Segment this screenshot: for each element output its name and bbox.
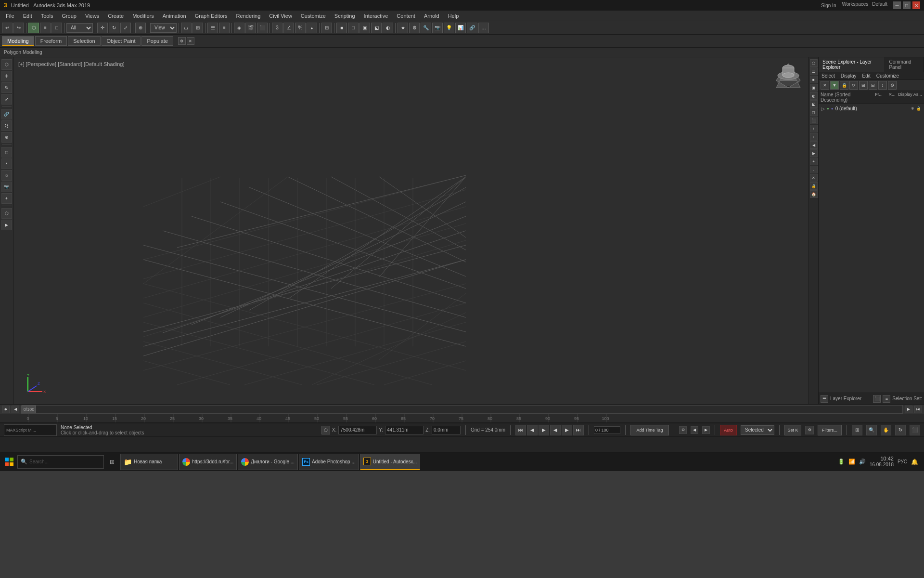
key-filter-btn[interactable]: ◀ <box>691 426 698 434</box>
select-by-name-button[interactable]: ≡ <box>40 23 51 33</box>
ri-btn-12[interactable]: ▶ <box>810 149 818 157</box>
lt-play-anim-btn[interactable]: ▶ <box>1 220 12 230</box>
taskbar-app-photoshop[interactable]: Ps Adobe Photoshop ... <box>299 454 359 470</box>
redo-button[interactable]: ↪ <box>13 23 24 33</box>
go-end-btn[interactable]: ⏭ <box>914 406 922 413</box>
play-btn[interactable]: ▶ <box>539 425 549 435</box>
mirror-button[interactable]: ⧢ <box>181 23 192 33</box>
frame-input[interactable] <box>594 426 620 434</box>
le-bottom-btn-1[interactable]: ☰ <box>821 395 828 403</box>
menu-content[interactable]: Content <box>393 12 419 20</box>
lt-rotate-btn[interactable]: ↻ <box>1 82 12 93</box>
zoom-extents-btn[interactable]: ⊞ <box>852 425 862 435</box>
ri-btn-2[interactable]: ☰ <box>810 67 818 75</box>
tab-populate[interactable]: Populate <box>141 36 173 46</box>
layer-render-icon[interactable]: ● <box>831 106 834 111</box>
layer-item-default[interactable]: ▷ ● ● 0 (default) ❄ 🔒 <box>820 105 923 112</box>
render-frame-button[interactable]: ⬛ <box>257 23 268 33</box>
use-pivot-button[interactable]: ⊕ <box>135 23 146 33</box>
tab-object-paint[interactable]: Object Paint <box>102 36 141 46</box>
notification-icon[interactable]: 🔔 <box>911 459 918 465</box>
viewport-wireframe-btn[interactable]: □ <box>348 23 359 33</box>
ri-btn-3[interactable]: ■ <box>810 76 818 83</box>
select-mode-icon[interactable]: ⬡ <box>321 426 330 434</box>
set-k-btn[interactable]: Set K <box>784 425 801 435</box>
layer-vis-icon[interactable]: ● <box>827 106 829 111</box>
maximize-button[interactable]: □ <box>903 1 911 9</box>
auto-key-btn[interactable]: Auto <box>720 425 737 435</box>
tab-selection[interactable]: Selection <box>68 36 100 46</box>
angle-snap-button[interactable]: ∠ <box>283 23 294 33</box>
lt-schematic-btn[interactable]: ⬡ <box>1 208 12 219</box>
lt-shape-btn[interactable]: ⋮ <box>1 158 12 169</box>
se-menu-customize[interactable]: Customize <box>873 72 902 79</box>
se-menu-display[interactable]: Display <box>838 72 860 79</box>
ri-btn-17[interactable]: 🏠 <box>810 190 818 198</box>
tab-freeform[interactable]: Freeform <box>35 36 67 46</box>
y-coord-input[interactable] <box>385 426 424 434</box>
start-button[interactable] <box>2 455 16 469</box>
more-btn[interactable]: … <box>478 23 489 33</box>
spinner-snap-button[interactable]: ⬥ <box>307 23 317 33</box>
menu-group[interactable]: Group <box>58 12 80 20</box>
tab-modeling[interactable]: Modeling <box>2 36 34 46</box>
menu-scripting[interactable]: Scripting <box>331 12 359 20</box>
viewport-nav-cube[interactable] <box>774 61 803 90</box>
menu-modifiers[interactable]: Modifiers <box>128 12 158 20</box>
taskbar-search[interactable]: 🔍 Search... <box>17 455 104 469</box>
ri-btn-16[interactable]: 🔒 <box>810 182 818 190</box>
3d-snap-button[interactable]: 3 <box>272 23 282 33</box>
lt-move-btn[interactable]: ✛ <box>1 71 12 81</box>
align-button[interactable]: ⊞ <box>192 23 203 33</box>
menu-help[interactable]: Help <box>444 12 463 20</box>
taskbar-app-folders[interactable]: 📁 Новая папка <box>120 454 178 470</box>
lt-lights-btn[interactable]: ☼ <box>1 170 12 181</box>
quick-access-btn[interactable]: ★ <box>398 23 408 33</box>
le-bottom-btn-2[interactable]: ⬛ <box>873 395 881 403</box>
tab-settings-btn[interactable]: ⚙ <box>178 37 186 45</box>
percent-snap-button[interactable]: % <box>295 23 306 33</box>
selection-filter-dropdown[interactable]: All <box>66 23 93 33</box>
last-frame-btn[interactable]: ⏭ <box>573 425 584 435</box>
tab-command-panel[interactable]: Command Panel <box>885 57 924 72</box>
maxscript-input[interactable]: MAXScript Mi... <box>4 424 57 436</box>
menu-views[interactable]: Views <box>81 12 103 20</box>
ri-btn-9[interactable]: ↑ <box>810 125 818 132</box>
schematic-btn[interactable]: 🔗 <box>467 23 477 33</box>
ri-btn-15[interactable]: ✕ <box>810 174 818 182</box>
pan-btn[interactable]: ✋ <box>881 425 891 435</box>
camera-btn[interactable]: 📷 <box>432 23 443 33</box>
light-btn[interactable]: 💡 <box>444 23 454 33</box>
se-close-btn[interactable]: ✕ <box>821 81 829 90</box>
layer-freeze-icon[interactable]: ❄ <box>911 106 914 111</box>
ri-btn-11[interactable]: ◀ <box>810 141 818 149</box>
se-refresh-btn[interactable]: ⟳ <box>849 81 858 90</box>
key-mode-btn[interactable]: ⚙ <box>679 426 687 434</box>
tab-close-btn[interactable]: ✕ <box>187 37 194 45</box>
lt-link-btn[interactable]: 🔗 <box>1 109 12 119</box>
add-time-tag-btn[interactable]: Add Time Tag <box>630 425 669 435</box>
track-view-btn[interactable]: 📊 <box>455 23 466 33</box>
layer-manager-button[interactable]: ☰ <box>207 23 218 33</box>
taskbar-time[interactable]: 10:42 16.08.2018 <box>870 456 894 468</box>
taskbar-app-3dsmax[interactable]: 3 Untitled - Autodesк... <box>360 454 421 470</box>
lt-camera-btn[interactable]: 📷 <box>1 182 12 192</box>
ribbon-button[interactable]: ≡ <box>219 23 230 33</box>
menu-tools[interactable]: Tools <box>37 12 57 20</box>
lt-select-btn[interactable]: ⬡ <box>1 59 12 70</box>
reference-coord-dropdown[interactable]: View <box>150 23 177 33</box>
se-filter-btn[interactable]: ▼ <box>830 81 839 90</box>
ri-btn-1[interactable]: ⬡ <box>810 59 818 67</box>
zoom-region-btn[interactable]: 🔍 <box>866 425 877 435</box>
close-button[interactable]: ✕ <box>912 1 920 9</box>
next-frame-btn[interactable]: ▶ <box>905 406 912 413</box>
key-filter-btn-2[interactable]: ▶ <box>702 426 710 434</box>
menu-civil-view[interactable]: Civil View <box>265 12 295 20</box>
menu-customize[interactable]: Customize <box>297 12 330 20</box>
lt-helper-btn[interactable]: + <box>1 193 12 204</box>
ri-btn-8[interactable]: ⬛ <box>810 117 818 124</box>
go-start-btn[interactable]: ⏮ <box>2 406 10 413</box>
z-coord-input[interactable] <box>432 426 461 434</box>
play-reverse-btn[interactable]: ◀ <box>550 425 561 435</box>
minimize-button[interactable]: ─ <box>893 1 901 9</box>
